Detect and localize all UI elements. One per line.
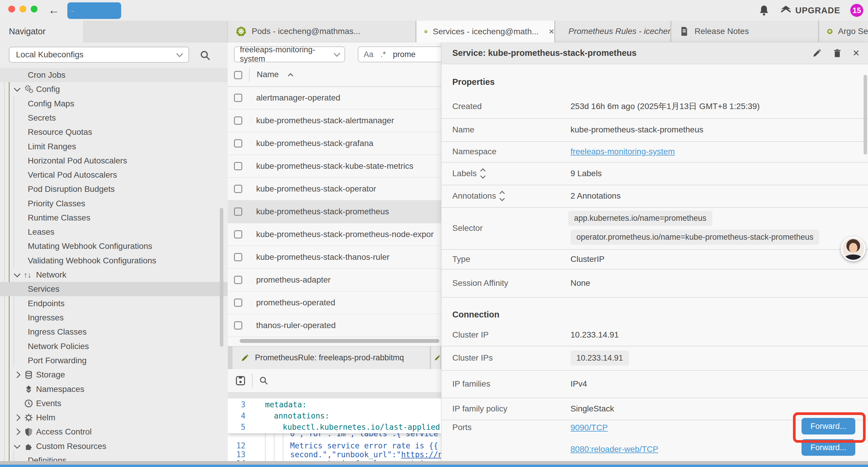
sidebar-item-storage[interactable]: Storage [0,368,227,382]
forward-arrow-icon[interactable]: → [67,2,121,19]
header-divider [249,68,250,82]
row-checkbox[interactable] [234,185,242,193]
select-all-checkbox[interactable] [234,71,242,79]
sidebar-item-network[interactable]: ↑↓ Network [0,268,227,282]
property-row-name: Name kube-prometheus-stack-prometheus [441,118,868,141]
chevron-right-icon [14,414,21,421]
notification-count-badge[interactable]: 15 [850,4,863,17]
sort-ascending-icon[interactable] [288,73,293,78]
sidebar-item-services[interactable]: Services [0,282,227,296]
sidebar-item-network-policies[interactable]: Network Policies [0,339,227,353]
sidebar-item-priority-classes[interactable]: Priority Classes [0,197,227,211]
match-case-toggle[interactable]: Aa [364,50,373,59]
window-zoom-button[interactable] [31,6,37,12]
tab-release-notes[interactable]: Release Notes [672,21,819,42]
editor-tab-prometheusrule[interactable]: PrometheusRule: freeleaps-prod-rabbitmq [232,346,430,369]
edit-pencil-icon[interactable] [812,49,822,58]
sidebar-scrollbar[interactable] [220,208,223,347]
tab-services[interactable]: Services - icecheng@math... × [416,21,555,42]
editor-tab-partial[interactable] [431,346,441,369]
sidebar-item-config-maps[interactable]: Config Maps [0,97,227,111]
window-minimize-button[interactable] [20,6,26,12]
namespace-link[interactable]: freeleaps-monitoring-system [570,147,675,156]
chevron-right-icon [14,372,21,378]
pencil-icon [434,354,440,362]
sidebar-item-ingresses[interactable]: Ingresses [0,311,227,325]
back-arrow-icon[interactable]: ← [48,2,59,18]
sidebar-item-mutating-webhook-configurations[interactable]: Mutating Webhook Configurations [0,239,227,253]
row-checkbox[interactable] [234,276,242,284]
sidebar-item-validating-webhook-configurations[interactable]: Validating Webhook Configurations [0,254,227,268]
sidebar-item-port-forwarding[interactable]: Port Forwarding [0,353,227,368]
namespace-filter-select[interactable]: freeleaps-monitoring-system [234,47,345,62]
table-row[interactable]: kube-prometheus-stack-operator [228,177,441,200]
kubernetes-icon [827,26,833,37]
detail-scrollbar[interactable] [864,75,867,154]
row-checkbox[interactable] [234,94,242,102]
yaml-editor[interactable]: 0","for":"1m","labels":{"service":"f 12M… [228,399,441,467]
save-icon[interactable] [236,376,246,386]
chevron-down-icon [14,85,21,92]
row-checkbox[interactable] [234,253,242,261]
sidebar-item-vertical-pod-autoscalers[interactable]: Vertical Pod Autoscalers [0,168,227,182]
row-checkbox[interactable] [234,207,242,216]
horizontal-scrollbar[interactable] [240,339,439,343]
tab-argo[interactable]: Argo Se [819,21,868,42]
expand-collapse-icon[interactable] [481,169,485,178]
expand-collapse-icon[interactable] [500,192,504,200]
sidebar-item-access-control[interactable]: Access Control [0,425,227,439]
close-icon[interactable]: × [853,47,860,59]
sidebar-item-events[interactable]: Events [0,396,227,411]
tab-pods[interactable]: Pods - icecheng@mathmas... [228,21,416,42]
sidebar-item-custom-resources[interactable]: Custom Resources [0,439,227,454]
sidebar-item-horizontal-pod-autoscalers[interactable]: Horizontal Pod Autoscalers [0,154,227,168]
sidebar-item-ingress-classes[interactable]: Ingress Classes [0,325,227,339]
table-row-selected[interactable]: kube-prometheus-stack-prometheus [228,200,441,223]
sidebar-search-icon[interactable] [200,50,211,61]
sidebar-item-limit-ranges[interactable]: Limit Ranges [0,140,227,154]
tab-close-icon[interactable]: × [549,26,554,37]
upgrade-button[interactable]: UPGRADE [780,5,840,16]
port-link[interactable]: 8080:reloader-web/TCP [570,444,658,454]
table-row[interactable]: prometheus-adapter [228,268,441,291]
sidebar-item-helm[interactable]: Helm [0,411,227,425]
table-row[interactable]: prometheus-operated [228,291,441,314]
connection-row-cluster-ips: Cluster IPs 10.233.14.91 [441,346,868,370]
table-row[interactable]: thanos-ruler-operated [228,314,441,337]
sidebar-item-leases[interactable]: Leases [0,225,227,239]
window-close-button[interactable] [8,6,15,12]
table-row[interactable]: kube-prometheus-stack-grafana [228,132,441,155]
port-link[interactable]: 9090/TCP [570,423,608,432]
trash-icon[interactable] [833,49,842,58]
editor-search-icon[interactable] [259,376,269,385]
sidebar-item-config[interactable]: Config [0,82,227,96]
table-row[interactable]: kube-prometheus-stack-kube-state-metrics [228,154,441,178]
row-checkbox[interactable] [234,230,242,238]
sidebar-item-endpoints[interactable]: Endpoints [0,296,227,311]
tab-prometheus-rules[interactable]: Prometheus Rules - icecheng... [555,21,671,42]
sidebar-item-resource-quotas[interactable]: Resource Quotas [0,125,227,139]
sidebar-item-namespaces[interactable]: Namespaces [0,382,227,396]
table-row[interactable]: kube-prometheus-stack-alertmanager [228,109,441,132]
sidebar-item-runtime-classes[interactable]: Runtime Classes [0,211,227,225]
table-row[interactable]: kube-prometheus-stack-prometheus-node-ex… [228,223,441,246]
row-checkbox[interactable] [234,321,242,329]
service-search-input[interactable]: Aa .* prome [358,47,441,62]
navigator-sidebar: Local Kubeconfigs Cron Jobs Config Confi… [0,42,227,467]
row-checkbox[interactable] [234,162,242,170]
table-row[interactable]: alertmanager-operated [228,86,441,109]
kubeconfig-selector[interactable]: Local Kubeconfigs [9,47,189,63]
property-row-labels: Labels 9 Labels [441,162,868,185]
table-row[interactable]: kube-prometheus-stack-thanos-ruler [228,245,441,269]
row-checkbox[interactable] [234,298,242,307]
sidebar-item-secrets[interactable]: Secrets [0,111,227,125]
avatar[interactable] [841,236,866,261]
row-checkbox[interactable] [234,116,242,125]
row-checkbox[interactable] [234,139,242,147]
tab-navigator[interactable]: Navigator [0,21,84,42]
sidebar-item-pod-disruption-budgets[interactable]: Pod Disruption Budgets [0,182,227,196]
column-header-name[interactable]: Name [257,70,279,79]
regex-toggle[interactable]: .* [380,50,386,59]
bell-icon[interactable] [758,4,770,16]
sidebar-item-cron-jobs[interactable]: Cron Jobs [0,68,227,82]
